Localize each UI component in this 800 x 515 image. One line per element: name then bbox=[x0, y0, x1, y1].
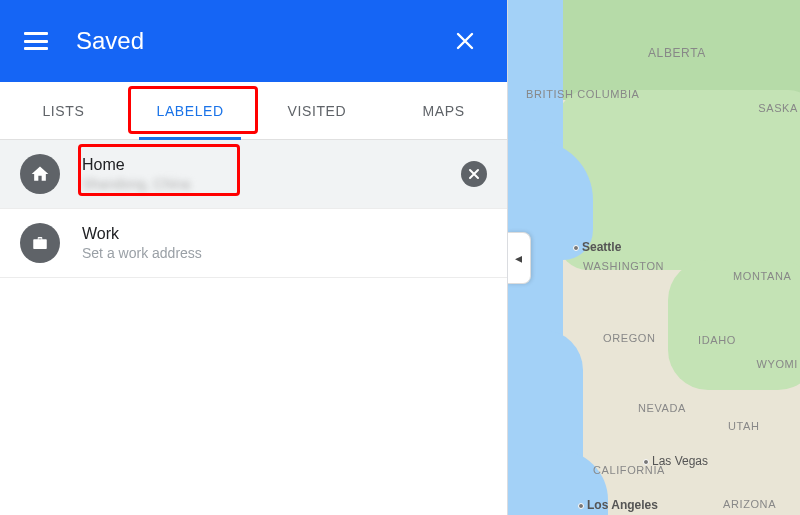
labeled-item-text: Work Set a work address bbox=[82, 225, 487, 261]
labeled-item-work[interactable]: Work Set a work address bbox=[0, 209, 507, 278]
tab-visited[interactable]: VISITED bbox=[254, 82, 381, 139]
map-region-label: UTAH bbox=[728, 420, 760, 432]
map-region-label: SASKA bbox=[758, 102, 798, 114]
labeled-item-sub: Shandong, China bbox=[82, 176, 461, 192]
tab-lists[interactable]: LISTS bbox=[0, 82, 127, 139]
tab-maps[interactable]: MAPS bbox=[380, 82, 507, 139]
tab-labeled[interactable]: LABELED bbox=[127, 82, 254, 139]
chevron-left-icon: ◂ bbox=[515, 250, 522, 266]
map-region-label: ARIZONA bbox=[723, 498, 776, 510]
labeled-list: Home Shandong, China Work Set a work add… bbox=[0, 140, 507, 515]
map-region-label: OREGON bbox=[603, 332, 656, 344]
remove-label-icon[interactable] bbox=[461, 161, 487, 187]
map-region-label: ALBERTA bbox=[648, 46, 706, 60]
map-city-label[interactable]: Las Vegas bbox=[643, 454, 708, 468]
panel-header: Saved bbox=[0, 0, 507, 82]
labeled-item-home[interactable]: Home Shandong, China bbox=[0, 140, 507, 209]
map-region-label: MONTANA bbox=[733, 270, 791, 282]
labeled-item-text: Home Shandong, China bbox=[82, 156, 461, 192]
map-city-label[interactable]: Seattle bbox=[573, 240, 621, 254]
home-icon bbox=[20, 154, 60, 194]
map-city-label[interactable]: Los Angeles bbox=[578, 498, 658, 512]
close-icon[interactable] bbox=[447, 23, 483, 59]
briefcase-icon bbox=[20, 223, 60, 263]
map-canvas[interactable]: ALBERTA BRITISH COLUMBIA SASKA WASHINGTO… bbox=[508, 0, 800, 515]
collapse-panel-button[interactable]: ◂ bbox=[508, 232, 531, 284]
map-region-label: NEVADA bbox=[638, 402, 686, 414]
labeled-item-label: Home bbox=[82, 156, 461, 174]
labeled-item-label: Work bbox=[82, 225, 487, 243]
map-region-label: BRITISH COLUMBIA bbox=[526, 88, 606, 100]
panel-title: Saved bbox=[76, 27, 144, 55]
map-region-label: WASHINGTON bbox=[583, 260, 664, 272]
map-region-label: IDAHO bbox=[698, 334, 736, 346]
map-region-label: WYOMI bbox=[757, 358, 799, 370]
saved-panel: Saved LISTS LABELED VISITED MAPS Home Sh… bbox=[0, 0, 508, 515]
labeled-item-sub: Set a work address bbox=[82, 245, 487, 261]
tabs-bar: LISTS LABELED VISITED MAPS bbox=[0, 82, 507, 140]
menu-icon[interactable] bbox=[24, 32, 48, 50]
app-root: Saved LISTS LABELED VISITED MAPS Home Sh… bbox=[0, 0, 800, 515]
